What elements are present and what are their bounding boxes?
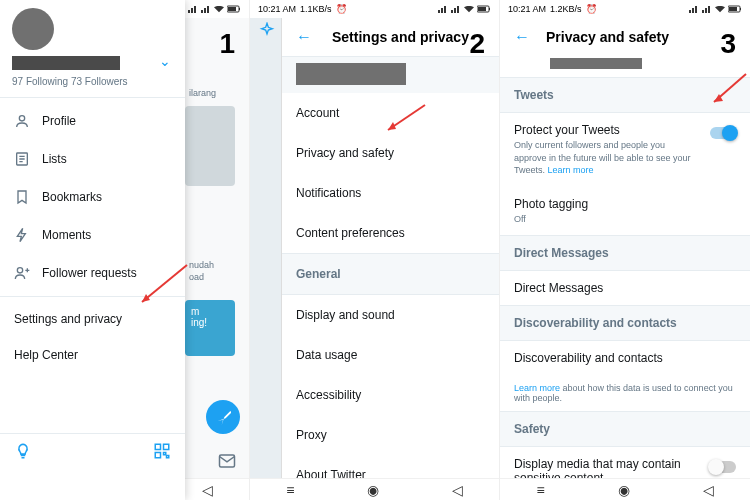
section-safety: Safety xyxy=(500,411,750,447)
section-discoverability: Discoverability and contacts xyxy=(500,305,750,341)
learn-more-link[interactable]: Learn more xyxy=(548,165,594,175)
step-number: 1 xyxy=(219,28,235,60)
drawer-item-profile[interactable]: Profile xyxy=(0,102,185,140)
status-bar: 10:21 AM 1.1KB/s ⏰ xyxy=(250,0,499,18)
discoverability-note: Learn more about how this data is used t… xyxy=(500,375,750,411)
section-dm: Direct Messages xyxy=(500,235,750,271)
annotation-arrow xyxy=(380,100,430,140)
item-data-usage[interactable]: Data usage xyxy=(282,335,499,375)
item-accessibility[interactable]: Accessibility xyxy=(282,375,499,415)
follower-requests-icon xyxy=(14,265,30,281)
drawer-label: Bookmarks xyxy=(42,190,102,204)
background-dimmed: ilarang nudah oad ming! xyxy=(185,18,250,478)
drawer-item-lists[interactable]: Lists xyxy=(0,140,185,178)
drawer-item-help[interactable]: Help Center xyxy=(0,337,185,373)
alarm-icon: ⏰ xyxy=(336,4,347,14)
item-proxy[interactable]: Proxy xyxy=(282,415,499,455)
item-display-sound[interactable]: Display and sound xyxy=(282,295,499,335)
nav-home-icon[interactable]: ◉ xyxy=(367,482,379,498)
nav-menu-icon[interactable]: ≡ xyxy=(536,482,544,498)
nav-back-icon[interactable]: ◁ xyxy=(703,482,714,498)
nav-back-icon[interactable]: ◁ xyxy=(202,482,213,498)
status-icons xyxy=(188,5,241,13)
item-photo-tagging[interactable]: Photo tagging Off xyxy=(500,187,750,236)
status-time: 10:21 AM xyxy=(508,4,546,14)
settings-panel: ← Settings and privacy Account Privacy a… xyxy=(282,18,499,478)
username-redacted xyxy=(12,56,120,70)
status-icons xyxy=(689,5,742,13)
status-speed: 1.1KB/s xyxy=(300,4,332,14)
account-switcher-chevron[interactable]: ⌄ xyxy=(159,53,171,69)
svg-rect-11 xyxy=(478,7,486,11)
back-button[interactable]: ← xyxy=(296,28,312,46)
item-notifications[interactable]: Notifications xyxy=(282,173,499,213)
item-protect-tweets[interactable]: Protect your Tweets Only current followe… xyxy=(500,113,750,187)
compose-fab[interactable] xyxy=(206,400,240,434)
qr-icon[interactable] xyxy=(153,442,171,464)
nav-back-icon[interactable]: ◁ xyxy=(452,482,463,498)
back-button[interactable]: ← xyxy=(514,28,530,46)
mail-icon[interactable] xyxy=(218,452,236,474)
nav-menu-icon[interactable]: ≡ xyxy=(286,482,294,498)
svg-rect-9 xyxy=(155,453,160,458)
learn-more-link[interactable]: Learn more xyxy=(514,383,560,393)
header: ← Settings and privacy xyxy=(282,18,499,57)
svg-rect-8 xyxy=(164,444,169,449)
avatar[interactable] xyxy=(12,8,54,50)
item-about-twitter[interactable]: About Twitter xyxy=(282,455,499,478)
background-sliver xyxy=(250,18,282,478)
drawer-label: Follower requests xyxy=(42,266,137,280)
alarm-icon: ⏰ xyxy=(586,4,597,14)
moments-icon xyxy=(14,227,30,243)
username-redacted xyxy=(550,58,642,69)
bulb-icon[interactable] xyxy=(14,442,32,464)
svg-rect-2 xyxy=(239,8,240,10)
item-sublabel: Only current followers and people you ap… xyxy=(514,139,736,177)
svg-point-4 xyxy=(19,116,24,121)
svg-rect-12 xyxy=(489,8,490,10)
status-icons xyxy=(438,5,491,13)
sparkle-icon[interactable] xyxy=(259,22,275,42)
toggle-switch[interactable] xyxy=(710,461,736,473)
item-discoverability[interactable]: Discoverability and contacts xyxy=(500,341,750,375)
android-nav-bar: ≡ ◉ ◁ xyxy=(500,478,750,500)
item-label: Protect your Tweets xyxy=(514,123,736,137)
section-general: General xyxy=(282,253,499,295)
drawer-item-bookmarks[interactable]: Bookmarks xyxy=(0,178,185,216)
page-title: Settings and privacy xyxy=(332,29,469,45)
profile-icon xyxy=(14,113,30,129)
page-title: Privacy and safety xyxy=(546,29,669,45)
item-sublabel: Off xyxy=(514,213,736,226)
drawer-label: Profile xyxy=(42,114,76,128)
item-sensitive-media[interactable]: Display media that may contain sensitive… xyxy=(500,447,750,478)
bookmark-icon xyxy=(14,189,30,205)
drawer-item-moments[interactable]: Moments xyxy=(0,216,185,254)
svg-rect-7 xyxy=(155,444,160,449)
svg-point-6 xyxy=(17,268,22,273)
phone-1: 10:20 AM 1.5KB/s ⏰ 1 ilarang nudah oad m… xyxy=(0,0,250,500)
nav-home-icon[interactable]: ◉ xyxy=(618,482,630,498)
item-content-preferences[interactable]: Content preferences xyxy=(282,213,499,253)
step-number: 3 xyxy=(720,28,736,60)
phone-3: 10:21 AM 1.2KB/s ⏰ 3 ← Privacy and safet… xyxy=(500,0,750,500)
annotation-arrow xyxy=(708,72,748,112)
drawer-label: Lists xyxy=(42,152,67,166)
item-label: Photo tagging xyxy=(514,197,736,211)
toggle-switch[interactable] xyxy=(710,127,736,139)
bg-card-blue: ming! xyxy=(185,300,235,356)
item-label: Display media that may contain sensitive… xyxy=(514,457,736,478)
bg-card xyxy=(185,106,235,186)
step-number: 2 xyxy=(469,28,485,60)
item-label: Direct Messages xyxy=(514,281,736,295)
lists-icon xyxy=(14,151,30,167)
annotation-arrow xyxy=(132,260,192,310)
svg-rect-15 xyxy=(740,8,741,10)
nav-drawer: ⌄ 97 Following 73 Followers Profile List… xyxy=(0,0,185,500)
svg-rect-14 xyxy=(729,7,737,11)
username-redacted xyxy=(296,63,406,85)
android-nav-bar: ≡ ◉ ◁ xyxy=(250,478,499,500)
follow-stats[interactable]: 97 Following 73 Followers xyxy=(0,72,185,98)
drawer-label: Moments xyxy=(42,228,91,242)
status-time: 10:21 AM xyxy=(258,4,296,14)
item-direct-messages[interactable]: Direct Messages xyxy=(500,271,750,305)
